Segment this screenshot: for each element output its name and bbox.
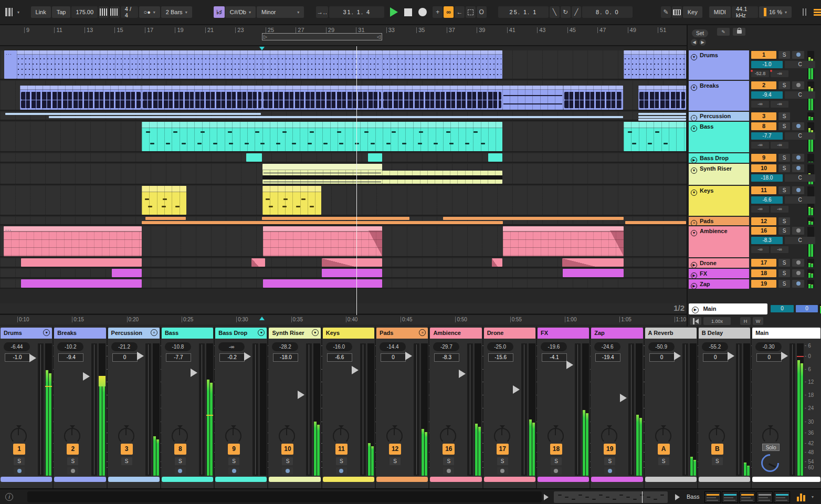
solo-button[interactable]: S xyxy=(778,259,790,267)
peak-level-display[interactable]: -0.30 xyxy=(755,342,782,351)
group-icon[interactable]: ≡ xyxy=(691,220,697,225)
fader-value-field[interactable]: 0 xyxy=(649,353,675,362)
clip-pads[interactable] xyxy=(443,217,624,220)
solo-button[interactable]: S xyxy=(778,51,790,59)
key-map-button[interactable]: Key xyxy=(683,6,702,18)
fader-value-field[interactable]: -4.1 xyxy=(542,353,567,362)
track-number-box[interactable]: 18 xyxy=(751,269,776,277)
send-field[interactable]: -∞ xyxy=(771,70,788,77)
volume-fader[interactable] xyxy=(467,343,473,476)
track-number-box[interactable]: 9 xyxy=(228,444,240,455)
draw-automation-icon[interactable]: ✎ xyxy=(717,28,730,36)
track-number-box[interactable]: 1 xyxy=(13,444,25,455)
device-thumbnail[interactable] xyxy=(774,491,790,503)
volume-fader[interactable] xyxy=(736,343,742,476)
mixer-track-title[interactable]: Bass Drop▼ xyxy=(215,328,267,339)
volume-fader[interactable] xyxy=(521,343,527,476)
cpu-meter[interactable]: 16 %▾ xyxy=(759,6,792,18)
clip-ambience[interactable] xyxy=(503,226,624,256)
unfold-icon[interactable]: ▶ xyxy=(691,283,697,289)
volume-fader[interactable] xyxy=(306,343,312,476)
track-row-percussion[interactable] xyxy=(0,112,687,121)
track-number-box[interactable]: 9 xyxy=(751,154,776,162)
time-ruler[interactable]: 0:100:150:200:250:300:350:400:450:500:55… xyxy=(0,314,687,324)
pan-knob[interactable] xyxy=(385,426,404,446)
mixer-track-title[interactable]: Pads≡ xyxy=(376,328,428,339)
fader-value-field[interactable]: -15.6 xyxy=(488,353,513,362)
solo-button[interactable]: S xyxy=(778,122,790,130)
mixer-track-title[interactable]: Percussion≡ xyxy=(108,328,160,339)
fader-value-field[interactable]: -7.7 xyxy=(166,353,191,362)
send-field[interactable]: -∞ xyxy=(771,246,788,253)
clip-drone[interactable] xyxy=(492,258,502,267)
lock-envelopes-icon[interactable] xyxy=(733,28,745,36)
pan-field[interactable]: C xyxy=(785,61,815,68)
fold-icon[interactable]: ▼ xyxy=(691,125,697,132)
clip-breaks[interactable] xyxy=(20,86,142,110)
clip-drums[interactable]: ··· xyxy=(4,50,17,79)
unfold-icon[interactable]: ▶ xyxy=(691,272,697,278)
mixer-track-title[interactable]: Keys xyxy=(323,328,374,339)
window-options-icon[interactable] xyxy=(5,8,13,16)
fader-handle[interactable] xyxy=(83,372,90,381)
fader-value-field[interactable]: -8.3 xyxy=(434,353,459,362)
track-row-drone[interactable] xyxy=(0,258,687,268)
clip-zap[interactable] xyxy=(21,279,142,288)
solo-button[interactable]: S xyxy=(778,280,790,288)
pan-knob[interactable] xyxy=(277,426,297,446)
mixer-track-title[interactable]: Drums▼ xyxy=(1,328,52,339)
send-field[interactable]: -52.8 xyxy=(751,70,769,77)
track-header-fx[interactable]: ▶FX xyxy=(689,269,749,278)
pan-knob[interactable] xyxy=(331,426,351,446)
pan-knob[interactable] xyxy=(117,426,136,446)
arm-button[interactable] xyxy=(792,81,804,89)
clip-drums[interactable] xyxy=(17,50,142,79)
fader-value-field[interactable]: -19.4 xyxy=(595,353,620,362)
track-number-box[interactable]: 1 xyxy=(751,51,776,59)
track-header-drums[interactable]: ▼Drums xyxy=(689,50,749,80)
volume-fader[interactable] xyxy=(38,343,44,476)
peak-level-display[interactable]: -29.7 xyxy=(433,342,459,351)
loop-switch-icon[interactable]: ↻ xyxy=(561,6,571,18)
loop-start-marker-icon[interactable] xyxy=(259,47,265,50)
solo-button[interactable]: S xyxy=(778,154,790,162)
link-button[interactable]: Link xyxy=(31,6,51,18)
track-number-box[interactable]: 11 xyxy=(751,186,776,194)
pan-knob[interactable] xyxy=(438,426,458,446)
volume-fader[interactable] xyxy=(145,343,151,476)
clip-pads[interactable] xyxy=(625,221,686,224)
key-scale-selector[interactable]: Minor▾ xyxy=(257,6,304,18)
arrangement-position-field[interactable]: 31. 1. 4 xyxy=(329,6,384,18)
arm-button[interactable] xyxy=(497,467,508,475)
arm-button[interactable] xyxy=(792,227,804,235)
send-field[interactable]: -∞ xyxy=(751,206,769,213)
fader-handle[interactable] xyxy=(566,361,573,369)
track-number-box[interactable]: 10 xyxy=(281,444,293,455)
mixer-track-title[interactable]: B Delay xyxy=(699,328,750,339)
pan-knob[interactable] xyxy=(654,426,673,446)
solo-button[interactable]: S xyxy=(121,457,132,465)
clip-preview[interactable] xyxy=(554,491,668,503)
fold-icon[interactable]: ▼ xyxy=(691,190,697,196)
volume-fader[interactable] xyxy=(252,343,258,476)
device-thumbnail[interactable] xyxy=(756,491,773,503)
track-header-synth-riser[interactable]: ▼Synth Riser xyxy=(689,164,749,185)
peak-level-display[interactable]: -14.4 xyxy=(380,342,406,351)
track-row-breaks[interactable] xyxy=(0,81,687,111)
time-signature-field[interactable]: 4 / 4 xyxy=(121,6,138,18)
clip-breaks[interactable] xyxy=(142,86,262,110)
record-button[interactable] xyxy=(418,8,427,16)
playback-speed-field[interactable]: 1.00x xyxy=(703,317,731,325)
send-field[interactable]: -∞ xyxy=(771,142,788,149)
device-thumbnail[interactable] xyxy=(722,491,738,503)
volume-fader[interactable] xyxy=(628,343,634,476)
send-field[interactable]: -∞ xyxy=(751,101,769,108)
solo-button[interactable]: S xyxy=(443,457,454,465)
track-header-bass[interactable]: ▼Bass xyxy=(689,122,749,152)
time-marker-icon[interactable] xyxy=(259,317,265,320)
peak-level-display[interactable]: -10.8 xyxy=(165,342,191,351)
clip-synth-riser[interactable] xyxy=(382,171,502,184)
fader-handle[interactable] xyxy=(137,352,144,360)
pan-knob[interactable] xyxy=(707,426,727,446)
volume-fader[interactable] xyxy=(360,343,366,476)
